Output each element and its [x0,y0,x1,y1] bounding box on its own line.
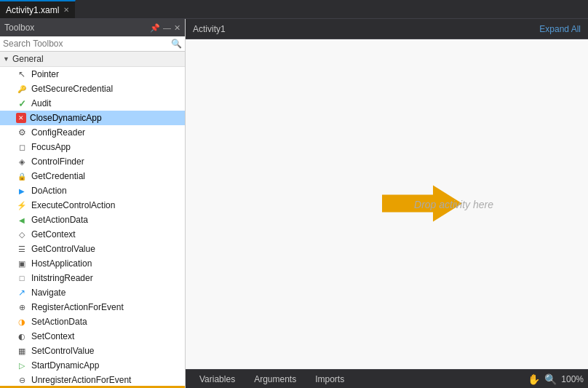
toolbox-item-closedynamicapp[interactable]: CloseDynamicApp [0,111,185,125]
icon-getcontrol-icon [16,243,28,255]
general-group-header[interactable]: ▼ General [0,52,185,67]
toolbox-item-getcredential[interactable]: GetCredential [0,169,185,183]
icon-setcontext-icon [16,330,28,342]
icon-control-icon [16,156,28,167]
main-layout: Toolbox 📌 — ✕ 🔍 ▼ General PointerGetSecu… [0,19,588,388]
toolbox-search-bar: 🔍 [0,36,185,52]
toolbox-item-getcontext[interactable]: GetContext [0,227,185,242]
icon-navigate-icon [16,287,28,298]
group-label: General [12,54,44,64]
item-label: GetActionData [31,215,88,225]
toolbox-header: Toolbox 📌 — ✕ [0,19,185,36]
zoom-search-icon[interactable]: 🔍 [544,373,557,385]
item-label: Navigate [31,288,65,298]
item-label: DoAction [31,186,67,196]
toolbox-item-getsecurecredential[interactable]: GetSecureCredential [0,82,185,96]
search-icon: 🔍 [171,39,182,49]
variables-tab[interactable]: Variables [190,371,245,387]
toolbox-item-registeractionforevent[interactable]: RegisterActionForEvent [0,300,185,314]
toolbox-item-pointer[interactable]: Pointer [0,67,185,82]
item-label: SetControlValue [31,346,95,356]
toolbox-item-hostapplication[interactable]: HostApplication [0,256,185,271]
group-expand-icon: ▼ [3,55,9,63]
tab-label: Activity1.xaml [6,5,59,15]
toolbox-item-controlfinder[interactable]: ControlFinder [0,154,185,169]
icon-getcred-icon [16,170,28,182]
search-input[interactable] [3,39,168,49]
icon-setaction-icon [16,316,28,328]
item-label: Audit [31,98,51,108]
icon-focus-icon [16,141,28,153]
pin-icon[interactable]: 📌 [150,23,160,33]
icon-initstring-icon [16,272,28,284]
toolbox-header-icons: 📌 — ✕ [150,23,180,33]
icon-execute-icon [16,199,28,211]
canvas-content[interactable]: Drop activity here [186,39,588,369]
tab-close-icon[interactable]: ✕ [63,6,69,14]
activity-tab[interactable]: Activity1.xaml ✕ [0,0,76,18]
toolbox-item-audit[interactable]: Audit [0,96,185,111]
item-label: InitstringReader [31,273,93,283]
toolbox-item-setactiondata[interactable]: SetActionData [0,314,185,329]
icon-pointer-icon [16,68,28,80]
icon-unregister-icon [16,374,28,386]
icon-hostapp-icon [16,258,28,269]
toolbox-item-setcontrolvalue[interactable]: SetControlValue [0,344,185,358]
item-label: ExecuteControlAction [31,200,115,210]
toolbox-item-initstringreader[interactable]: InitstringReader [0,271,185,285]
toolbox-item-getcontrolvalue[interactable]: GetControlValue [0,242,185,256]
icon-getcontext-icon [16,229,28,240]
toolbox-item-doaction[interactable]: DoAction [0,183,185,198]
icon-doaction-icon [16,185,28,197]
toolbox-item-focusapp[interactable]: FocusApp [0,140,185,154]
close-icon[interactable]: ✕ [174,23,180,33]
icon-secure-icon [16,83,28,95]
item-label: CloseDynamicApp [30,113,102,123]
item-label: SetActionData [31,317,87,327]
icon-setcontrol-icon [16,345,28,357]
item-label: RegisterActionForEvent [31,302,124,312]
imports-tab[interactable]: Imports [306,371,354,387]
toolbox-item-getactiondata[interactable]: GetActionData [0,213,185,227]
expand-all-button[interactable]: Expand All [539,24,581,34]
tab-bar: Activity1.xaml ✕ [0,0,588,19]
item-label: GetControlValue [31,244,95,254]
canvas-area: Activity1 Expand All Drop activity here … [186,19,588,388]
toolbox-items-container: PointerGetSecureCredentialAuditCloseDyna… [0,67,185,386]
icon-register-icon [16,301,28,313]
bottom-icons: ✋ 🔍 100% [528,373,584,385]
toolbox-item-unregisteractionforevent[interactable]: UnregisterActionForEvent [0,373,185,386]
item-label: UnregisterActionForEvent [31,375,131,385]
drop-activity-text: Drop activity here [414,199,493,210]
item-label: HostApplication [31,258,92,269]
canvas-title: Activity1 [193,24,226,34]
arguments-tab[interactable]: Arguments [245,371,306,387]
item-label: Pointer [31,69,59,79]
bottom-tabs: Variables Arguments Imports [190,371,354,387]
canvas-bottom-bar: Variables Arguments Imports ✋ 🔍 100% [186,369,588,388]
toolbox-item-executecontrolaction[interactable]: ExecuteControlAction [0,198,185,213]
item-label: StartDynamicApp [31,360,99,371]
toolbox-list: ▼ General PointerGetSecureCredentialAudi… [0,52,185,386]
toolbox-item-startdynamicapp[interactable]: StartDynamicApp [0,358,185,373]
zoom-level: 100% [561,374,584,384]
item-label: GetCredential [31,171,85,181]
item-label: GetContext [31,229,76,239]
toolbox-panel: Toolbox 📌 — ✕ 🔍 ▼ General PointerGetSecu… [0,19,186,388]
item-label: ConfigReader [31,127,85,138]
toolbox-item-setcontext[interactable]: SetContext [0,329,185,344]
minimize-icon[interactable]: — [163,23,171,32]
canvas-toolbar: Activity1 Expand All [186,19,588,39]
toolbox-item-configreader[interactable]: ConfigReader [0,125,185,140]
icon-config-icon [16,127,28,138]
toolbox-item-navigate[interactable]: Navigate [0,285,185,300]
item-label: SetContext [31,331,74,341]
icon-close-app-icon [16,113,26,123]
icon-startdyn-icon [16,360,28,371]
toolbox-title: Toolbox [4,23,34,33]
icon-getaction-icon [16,214,28,226]
hand-tool-icon[interactable]: ✋ [528,373,540,385]
icon-audit-icon [16,98,28,109]
item-label: GetSecureCredential [31,84,113,94]
item-label: FocusApp [31,142,71,152]
